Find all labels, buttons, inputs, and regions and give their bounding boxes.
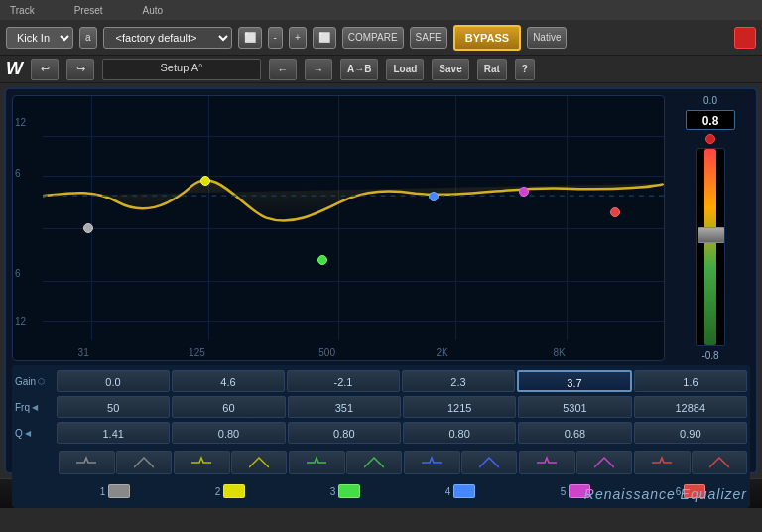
band2-shape2[interactable] bbox=[231, 451, 288, 474]
band5-shape1[interactable] bbox=[519, 451, 575, 474]
gain-row: Gain ⬡ 0.0 4.6 -2.1 2.3 3.7 1.6 bbox=[15, 368, 747, 394]
gain-cell-3[interactable]: -2.1 bbox=[287, 370, 400, 392]
preset-name-display[interactable]: Setup A° bbox=[102, 59, 261, 80]
gain-cell-4[interactable]: 2.3 bbox=[402, 370, 515, 392]
band3-shapes bbox=[289, 451, 402, 474]
q-label: Q ◀ bbox=[15, 428, 55, 439]
eq-dot-band3[interactable] bbox=[318, 255, 327, 265]
freq-cell-6[interactable]: 12884 bbox=[634, 396, 747, 418]
freq-label-500: 500 bbox=[318, 347, 335, 358]
eq-dot-band1[interactable] bbox=[83, 223, 93, 233]
eq-display-row: 12 6 6 12 31 125 500 2K 8K bbox=[12, 95, 750, 361]
band6-shape1[interactable] bbox=[634, 451, 691, 474]
band4-shapes bbox=[404, 451, 517, 474]
rat-btn[interactable]: Rat bbox=[477, 59, 507, 80]
band1-shape1[interactable] bbox=[59, 451, 115, 474]
bypass-btn[interactable]: BYPASS bbox=[453, 25, 521, 51]
freq-cell-2[interactable]: 60 bbox=[172, 396, 285, 418]
gain-label: Gain ⬡ bbox=[15, 376, 55, 387]
gain-cell-5[interactable]: 3.7 bbox=[517, 370, 632, 392]
compare-copy-btn[interactable]: ⬜ bbox=[313, 27, 336, 49]
copy-btn[interactable]: ⬜ bbox=[238, 27, 262, 49]
band1-shape2[interactable] bbox=[116, 451, 173, 474]
band4-shape2[interactable] bbox=[461, 451, 518, 474]
gain-cell-1[interactable]: 0.0 bbox=[57, 370, 170, 392]
brand-text: Renaissance Equalizer bbox=[584, 486, 747, 502]
eq-dot-band5[interactable] bbox=[519, 187, 529, 197]
freq-label-125: 125 bbox=[189, 347, 205, 358]
plugin-body: 12 6 6 12 31 125 500 2K 8K bbox=[4, 87, 758, 474]
q-cell-6[interactable]: 0.90 bbox=[634, 422, 747, 444]
freq-label-8k: 8K bbox=[553, 347, 565, 358]
band4-shape1[interactable] bbox=[404, 451, 460, 474]
plus-btn[interactable]: + bbox=[289, 27, 307, 49]
track-suffix-btn[interactable]: a bbox=[79, 27, 97, 49]
band1-indicator[interactable]: 1 bbox=[59, 484, 172, 498]
q-cell-5[interactable]: 0.68 bbox=[518, 422, 631, 444]
q-cell-4[interactable]: 0.80 bbox=[403, 422, 516, 444]
band1-shapes bbox=[59, 451, 172, 474]
minus-btn[interactable]: - bbox=[268, 27, 283, 49]
meter-track bbox=[704, 149, 716, 345]
eq-dot-band6[interactable] bbox=[610, 207, 620, 217]
q-label-text: Q bbox=[15, 428, 23, 439]
band5-shape2[interactable] bbox=[576, 451, 633, 474]
waves-logo: W bbox=[6, 59, 23, 79]
preset-select[interactable]: <factory default> bbox=[103, 27, 232, 49]
compare-btn[interactable]: COMPARE bbox=[342, 27, 404, 49]
eq-curve-svg bbox=[43, 96, 664, 295]
redo-btn[interactable]: ↪ bbox=[66, 59, 94, 80]
q-row: Q ◀ 1.41 0.80 0.80 0.80 0.68 0.90 bbox=[15, 420, 747, 446]
q-cell-3[interactable]: 0.80 bbox=[288, 422, 401, 444]
undo-btn[interactable]: ↩ bbox=[31, 59, 59, 80]
freq-cell-1[interactable]: 50 bbox=[57, 396, 170, 418]
help-btn[interactable]: ? bbox=[515, 59, 535, 80]
output-bottom-label: -0.8 bbox=[701, 350, 718, 361]
arrow-right-btn[interactable]: → bbox=[305, 59, 332, 80]
eq-graph[interactable]: 12 6 6 12 31 125 500 2K 8K bbox=[12, 95, 665, 361]
close-btn[interactable] bbox=[734, 27, 756, 49]
gain-cell-2[interactable]: 4.6 bbox=[172, 370, 285, 392]
freq-label: Frq ◀ bbox=[15, 402, 55, 413]
band6-shape2[interactable] bbox=[692, 451, 748, 474]
db-label-12-top: 12 bbox=[15, 117, 26, 128]
freq-label-2k: 2K bbox=[436, 347, 447, 358]
band2-number: 2 bbox=[215, 486, 221, 497]
ab-btn[interactable]: A→B bbox=[340, 59, 378, 80]
load-btn[interactable]: Load bbox=[386, 59, 424, 80]
q-cell-2[interactable]: 0.80 bbox=[172, 422, 285, 444]
daw-top-bar: Track Preset Auto bbox=[0, 0, 762, 20]
eq-dot-band4[interactable] bbox=[429, 192, 439, 201]
band3-color bbox=[338, 484, 360, 498]
track-column-header: Track bbox=[10, 5, 35, 16]
save-btn[interactable]: Save bbox=[432, 59, 468, 80]
band4-number: 4 bbox=[445, 486, 451, 497]
native-btn[interactable]: Native bbox=[527, 27, 567, 49]
band2-shape1[interactable] bbox=[174, 451, 230, 474]
freq-cell-4[interactable]: 1215 bbox=[403, 396, 516, 418]
output-value-display[interactable]: 0.8 bbox=[686, 110, 735, 130]
q-cell-1[interactable]: 1.41 bbox=[57, 422, 170, 444]
freq-label-text: Frq bbox=[15, 402, 30, 413]
output-top-label: 0.0 bbox=[703, 95, 717, 106]
gain-cell-6[interactable]: 1.6 bbox=[634, 370, 747, 392]
freq-cell-3[interactable]: 351 bbox=[288, 396, 401, 418]
band5-number: 5 bbox=[561, 486, 567, 497]
q-arrows: ◀ bbox=[25, 429, 31, 438]
freq-cell-5[interactable]: 5301 bbox=[518, 396, 631, 418]
track-select[interactable]: Kick In bbox=[6, 27, 73, 49]
band2-indicator[interactable]: 2 bbox=[174, 484, 287, 498]
band2-shapes bbox=[174, 451, 287, 474]
arrow-left-btn[interactable]: ← bbox=[269, 59, 297, 80]
plugin-header-row1: Kick In a <factory default> ⬜ - + ⬜ COMP… bbox=[0, 20, 762, 56]
band3-indicator[interactable]: 3 bbox=[289, 484, 402, 498]
db-label-6-bot: 6 bbox=[15, 268, 21, 279]
fader-handle[interactable] bbox=[698, 227, 725, 243]
plugin-toolbar: W ↩ ↪ Setup A° ← → A→B Load Save Rat ? bbox=[0, 56, 762, 83]
safe-btn[interactable]: SAFE bbox=[410, 27, 447, 49]
output-fader[interactable] bbox=[696, 148, 725, 346]
band4-indicator[interactable]: 4 bbox=[404, 484, 517, 498]
band3-shape1[interactable] bbox=[289, 451, 345, 474]
band3-shape2[interactable] bbox=[346, 451, 403, 474]
eq-dot-band2[interactable] bbox=[200, 176, 210, 186]
